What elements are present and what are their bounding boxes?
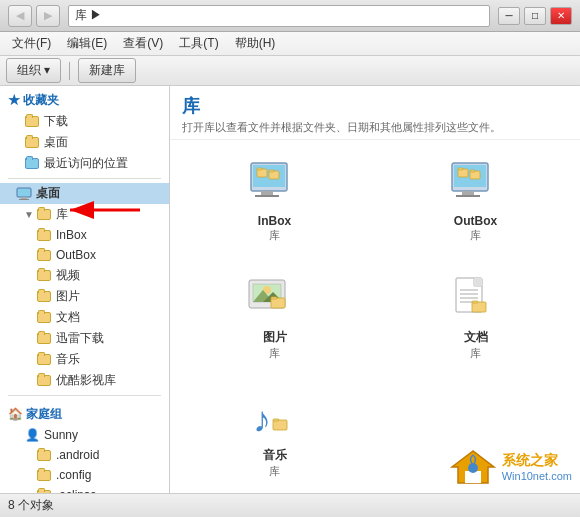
sidebar-label-desktop-fav: 桌面 [44,134,68,151]
sidebar-item-recent[interactable]: 最近访问的位置 [0,153,169,174]
content-grid: InBox 库 OutBox [170,140,580,493]
library-item-inbox[interactable]: InBox 库 [182,152,367,251]
sidebar-item-inbox[interactable]: InBox [0,225,169,245]
menu-file[interactable]: 文件(F) [4,33,59,54]
document-name: 文档 [464,329,488,346]
sidebar-item-desktop-tree[interactable]: 桌面 [0,183,169,204]
svg-rect-26 [271,297,277,299]
nav-buttons: ◀ ▶ [8,5,60,27]
svg-rect-1 [21,197,27,199]
thunder-icon [36,331,52,347]
content-area: 库 打开库以查看文件并根据文件夹、日期和其他属性排列这些文件。 [170,86,580,493]
picture-library-icon [243,275,307,325]
menu-help[interactable]: 帮助(H) [227,33,284,54]
library-icon [36,207,52,223]
watermark-text: 系统之家 Win10net.com [502,452,572,482]
sidebar-item-outbox[interactable]: OutBox [0,245,169,265]
svg-rect-5 [261,191,273,195]
sidebar-label-thunder: 迅雷下载 [56,330,104,347]
menu-edit[interactable]: 编辑(E) [59,33,115,54]
sidebar-label-sunny: Sunny [44,428,78,442]
sidebar-label-android: .android [56,448,99,462]
svg-rect-16 [458,168,463,170]
status-bar: 8 个对象 [0,493,580,517]
svg-rect-2 [19,199,29,200]
sidebar-label-music: 音乐 [56,351,80,368]
sidebar-item-document[interactable]: 文档 [0,307,169,328]
menu-bar: 文件(F) 编辑(E) 查看(V) 工具(T) 帮助(H) [0,32,580,56]
library-item-picture[interactable]: 图片 库 [182,267,367,369]
inbox-type: 库 [269,228,280,243]
svg-rect-38 [273,419,279,421]
sidebar-item-sunny[interactable]: 👤 Sunny [0,425,169,445]
organize-button[interactable]: 组织 ▾ [6,58,61,83]
library-item-document[interactable]: 文档 库 [383,267,568,369]
group-icon: 👤 [24,427,40,443]
sidebar-item-android[interactable]: .android [0,445,169,465]
inbox-library-icon [243,160,307,210]
back-button[interactable]: ◀ [8,5,32,27]
sidebar-item-video[interactable]: 视频 [0,265,169,286]
close-button[interactable]: ✕ [550,7,572,25]
picture-name: 图片 [263,329,287,346]
watermark-line2: Win10net.com [502,470,572,482]
sidebar-divider1 [8,178,161,179]
sidebar-item-youku[interactable]: 优酷影视库 [0,370,169,391]
library-item-music[interactable]: ♪ 音乐 库 [182,385,367,487]
sidebar-label-eclipse: .eclipse [56,488,97,493]
toolbar: 组织 ▾ 新建库 [0,56,580,86]
special-folder-icon [24,156,40,172]
breadcrumb[interactable]: 库 ▶ [68,5,490,27]
document-icon [36,310,52,326]
homegroup-title: 🏠 家庭组 [0,400,169,425]
sidebar-item-desktop-fav[interactable]: 桌面 [0,132,169,153]
sidebar-item-download[interactable]: 下载 [0,111,169,132]
forward-button[interactable]: ▶ [36,5,60,27]
sidebar-label-download: 下载 [44,113,68,130]
svg-rect-6 [255,195,279,197]
sidebar-item-picture[interactable]: 图片 [0,286,169,307]
config-icon [36,467,52,483]
status-count: 8 个对象 [8,497,54,514]
homegroup-icon: 🏠 [8,407,23,421]
sidebar-item-thunder[interactable]: 迅雷下载 [0,328,169,349]
minimize-button[interactable]: ─ [498,7,520,25]
breadcrumb-text: 库 ▶ [75,7,102,24]
picture-type: 库 [269,346,280,361]
content-header: 库 打开库以查看文件并根据文件夹、日期和其他属性排列这些文件。 [170,86,580,140]
svg-rect-8 [257,168,262,170]
svg-rect-35 [472,301,478,303]
sidebar-label-outbox: OutBox [56,248,96,262]
folder-icon [24,135,40,151]
expand-icon: ▼ [24,209,34,220]
new-library-button[interactable]: 新建库 [78,58,136,83]
svg-rect-37 [273,420,287,430]
sidebar-label-inbox: InBox [56,228,87,242]
sidebar-item-library[interactable]: ▼ 库 [0,204,169,225]
watermark: 系统之家 Win10net.com [448,447,572,487]
svg-rect-0 [17,188,31,197]
sidebar-divider2 [8,395,161,396]
sidebar-item-music[interactable]: 音乐 [0,349,169,370]
watermark-line1: 系统之家 [502,452,572,470]
library-item-outbox[interactable]: OutBox 库 [383,152,568,251]
svg-rect-18 [470,170,475,172]
document-library-icon [444,275,508,325]
svg-rect-29 [474,278,482,286]
outbox-icon [36,247,52,263]
document-type: 库 [470,346,481,361]
sidebar: ★ 收藏夹 下载 桌面 最近访问的位置 桌面 [0,86,170,493]
sidebar-item-eclipse[interactable]: .eclipse [0,485,169,493]
sidebar-item-config[interactable]: .config [0,465,169,485]
maximize-button[interactable]: □ [524,7,546,25]
youku-icon [36,373,52,389]
menu-tools[interactable]: 工具(T) [171,33,226,54]
favorites-title: ★ 收藏夹 [0,86,169,111]
sidebar-label-youku: 优酷影视库 [56,372,116,389]
outbox-type: 库 [470,228,481,243]
picture-icon [36,289,52,305]
watermark-house-icon [448,447,498,487]
menu-view[interactable]: 查看(V) [115,33,171,54]
toolbar-separator [69,62,70,80]
title-bar: ◀ ▶ 库 ▶ ─ □ ✕ [0,0,580,32]
